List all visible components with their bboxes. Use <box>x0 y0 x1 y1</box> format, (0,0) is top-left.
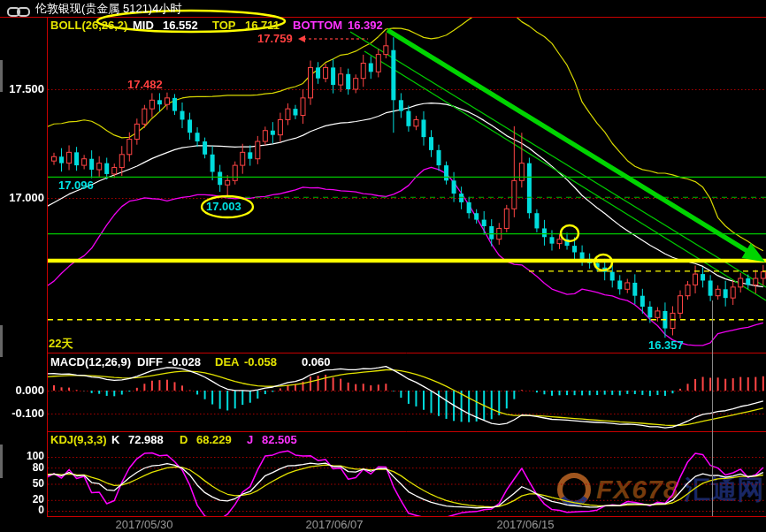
kdj-d-label: D <box>180 434 188 446</box>
kdj-tick-0: 0 <box>12 505 44 516</box>
price-tick-17000: 17.000 <box>2 192 44 204</box>
date-tick-3: 2017/06/15 <box>489 519 562 531</box>
macd-diff-label: DIFF <box>137 356 163 369</box>
boll-top-value: 16.711 <box>245 19 280 32</box>
kdj-j-value: 82.505 <box>262 434 297 446</box>
link-icon[interactable] <box>7 5 30 21</box>
price-tick-17500: 17.500 <box>2 83 44 95</box>
boll-bottom-label: BOTTOM <box>293 19 342 32</box>
boll-mid-value: 16.552 <box>163 19 198 32</box>
kdj-k-value: 72.988 <box>128 434 164 446</box>
kdj-tick-80: 80 <box>12 462 44 474</box>
kdj-d-value: 68.229 <box>196 434 232 446</box>
kdj-tick-50: 50 <box>12 478 44 490</box>
macd-indicator-label[interactable]: MACD(12,26,9) <box>50 356 131 369</box>
kdj-k-label: K <box>111 434 119 446</box>
chart-canvas[interactable] <box>0 0 766 532</box>
date-tick-2: 2017/06/07 <box>298 519 371 531</box>
annotation-low-16357: 16.357 <box>648 339 684 352</box>
boll-bottom-value: 16.392 <box>348 19 383 32</box>
kdj-j-label: J <box>247 434 253 446</box>
date-tick-1: 2017/05/30 <box>108 519 180 531</box>
annotation-high-17482: 17.482 <box>127 79 163 91</box>
boll-indicator-label[interactable]: BOLL(26,26,2) <box>50 19 127 32</box>
trading-app-window: FX678 汇通网 伦敦银现(贵金属 5121)4小时 BOLL(26,26,2… <box>0 0 766 532</box>
boll-mid-label: MID <box>133 19 154 32</box>
annotation-high-17759: 17.759 <box>257 33 293 45</box>
macd-tick-0: 0.000 <box>2 384 44 397</box>
macd-tick-neg01: -0.100 <box>2 407 44 420</box>
annotation-support-17096: 17.096 <box>58 179 94 192</box>
kdj-indicator-label[interactable]: KDJ(9,3,3) <box>50 434 107 446</box>
macd-dea-value: -0.058 <box>244 356 277 369</box>
annotation-period-22days: 22天 <box>49 338 73 350</box>
macd-dea-label: DEA <box>215 356 239 369</box>
macd-diff-value: -0.028 <box>168 356 201 369</box>
window-title: 伦敦银现(贵金属 5121)4小时 <box>35 3 181 15</box>
macd-bar-value: 0.060 <box>302 356 331 369</box>
annotation-low-17003: 17.003 <box>206 201 241 213</box>
boll-top-label: TOP <box>212 19 236 32</box>
